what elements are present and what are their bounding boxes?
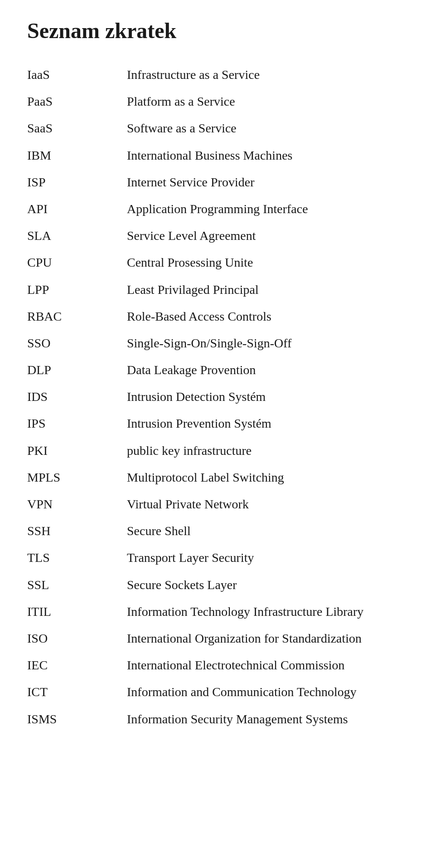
page-title: Seznam zkratek (27, 18, 408, 43)
acronym-abbr: RBAC (27, 303, 127, 330)
acronym-definition: public key infrastructure (127, 437, 408, 464)
acronym-definition: Data Leakage Provention (127, 356, 408, 383)
acronym-abbr: SSL (27, 571, 127, 598)
acronym-abbr: MPLS (27, 464, 127, 491)
list-item: VPNVirtual Private Network (27, 491, 408, 517)
list-item: RBACRole-Based Access Controls (27, 303, 408, 330)
list-item: DLPData Leakage Provention (27, 356, 408, 383)
acronym-abbr: ISMS (27, 706, 127, 732)
acronym-abbr: ICT (27, 678, 127, 705)
acronym-definition: Application Programming Interface (127, 195, 408, 222)
acronym-definition: Transport Layer Security (127, 544, 408, 571)
acronym-definition: Secure Sockets Layer (127, 571, 408, 598)
acronym-abbr: ISP (27, 169, 127, 195)
acronym-abbr: ITIL (27, 598, 127, 625)
list-item: SSLSecure Sockets Layer (27, 571, 408, 598)
list-item: IBMInternational Business Machines (27, 142, 408, 169)
acronym-definition: International Organization for Standardi… (127, 625, 408, 652)
acronym-abbr: SSO (27, 330, 127, 356)
acronym-definition: Secure Shell (127, 517, 408, 544)
list-item: ISMSInformation Security Management Syst… (27, 706, 408, 732)
acronym-abbr: LPP (27, 276, 127, 303)
list-item: PKIpublic key infrastructure (27, 437, 408, 464)
list-item: MPLSMultiprotocol Label Switching (27, 464, 408, 491)
acronym-abbr: DLP (27, 356, 127, 383)
acronym-abbr: SLA (27, 222, 127, 249)
acronym-definition: Information and Communication Technology (127, 678, 408, 705)
list-item: IPSIntrusion Prevention Systém (27, 410, 408, 437)
list-item: SaaSSoftware as a Service (27, 115, 408, 141)
list-item: PaaSPlatform as a Service (27, 88, 408, 115)
acronym-abbr: IBM (27, 142, 127, 169)
acronym-definition: Intrusion Detection Systém (127, 383, 408, 410)
acronym-abbr: IDS (27, 383, 127, 410)
list-item: APIApplication Programming Interface (27, 195, 408, 222)
list-item: CPUCentral Prosessing Unite (27, 249, 408, 276)
list-item: ITILInformation Technology Infrastructur… (27, 598, 408, 625)
acronym-abbr: CPU (27, 249, 127, 276)
acronym-definition: Service Level Agreement (127, 222, 408, 249)
acronym-definition: Role-Based Access Controls (127, 303, 408, 330)
acronym-definition: Platform as a Service (127, 88, 408, 115)
acronym-definition: International Business Machines (127, 142, 408, 169)
list-item: IDSIntrusion Detection Systém (27, 383, 408, 410)
acronym-abbr: SSH (27, 517, 127, 544)
acronym-abbr: PKI (27, 437, 127, 464)
acronym-definition: Information Security Management Systems (127, 706, 408, 732)
list-item: SSOSingle-Sign-On/Single-Sign-Off (27, 330, 408, 356)
acronym-abbr: API (27, 195, 127, 222)
acronym-definition: International Electrotechnical Commissio… (127, 652, 408, 678)
acronym-definition: Virtual Private Network (127, 491, 408, 517)
acronym-abbr: IEC (27, 652, 127, 678)
acronym-definition: Internet Service Provider (127, 169, 408, 195)
acronym-abbr: IPS (27, 410, 127, 437)
list-item: TLSTransport Layer Security (27, 544, 408, 571)
list-item: ICTInformation and Communication Technol… (27, 678, 408, 705)
acronym-definition: Intrusion Prevention Systém (127, 410, 408, 437)
acronym-definition: Information Technology Infrastructure Li… (127, 598, 408, 625)
acronym-abbr: VPN (27, 491, 127, 517)
list-item: SLAService Level Agreement (27, 222, 408, 249)
acronym-definition: Software as a Service (127, 115, 408, 141)
list-item: SSHSecure Shell (27, 517, 408, 544)
list-item: ISOInternational Organization for Standa… (27, 625, 408, 652)
list-item: IaaSInfrastructure as a Service (27, 61, 408, 88)
acronym-definition: Least Privilaged Principal (127, 276, 408, 303)
acronym-table: IaaSInfrastructure as a ServicePaaSPlatf… (27, 61, 408, 732)
acronym-abbr: PaaS (27, 88, 127, 115)
list-item: LPPLeast Privilaged Principal (27, 276, 408, 303)
acronym-definition: Central Prosessing Unite (127, 249, 408, 276)
acronym-definition: Infrastructure as a Service (127, 61, 408, 88)
acronym-definition: Single-Sign-On/Single-Sign-Off (127, 330, 408, 356)
list-item: IECInternational Electrotechnical Commis… (27, 652, 408, 678)
acronym-abbr: TLS (27, 544, 127, 571)
acronym-definition: Multiprotocol Label Switching (127, 464, 408, 491)
acronym-abbr: SaaS (27, 115, 127, 141)
acronym-abbr: IaaS (27, 61, 127, 88)
acronym-abbr: ISO (27, 625, 127, 652)
list-item: ISPInternet Service Provider (27, 169, 408, 195)
